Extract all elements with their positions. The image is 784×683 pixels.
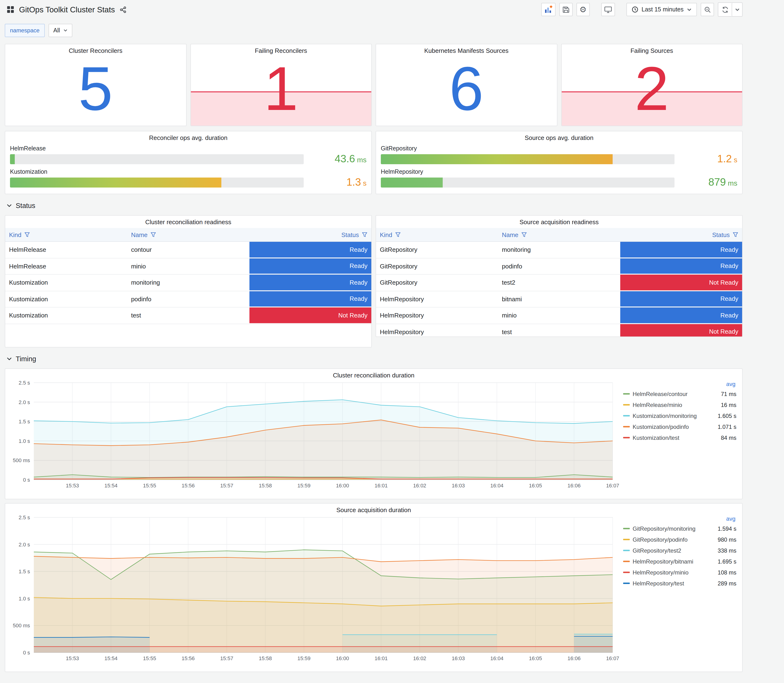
time-series-plot[interactable]: 15:5315:5415:5515:5615:5715:5815:5916:00… bbox=[9, 513, 619, 668]
cell-kind: Kustomization bbox=[5, 308, 127, 324]
cell-name: test bbox=[498, 324, 620, 337]
variable-label-namespace[interactable]: namespace bbox=[5, 24, 45, 37]
section-row-timing[interactable]: Timing bbox=[6, 354, 742, 364]
legend-avg-header[interactable]: avg bbox=[623, 515, 736, 522]
bargauge-row: Kustomization1.3 s bbox=[10, 168, 367, 188]
svg-text:15:54: 15:54 bbox=[104, 656, 117, 661]
dashboard-settings-button[interactable]: ⚙ bbox=[576, 3, 590, 16]
section-row-status[interactable]: Status bbox=[6, 201, 742, 210]
filter-icon[interactable] bbox=[151, 232, 156, 237]
series-name: HelmRepository/bitnami bbox=[633, 558, 708, 565]
dashboard-grid-icon[interactable] bbox=[6, 6, 14, 13]
series-avg-value: 338 ms bbox=[711, 547, 736, 554]
cell-name: minio bbox=[498, 308, 620, 324]
svg-text:15:55: 15:55 bbox=[143, 656, 156, 661]
legend-item[interactable]: HelmRepository/test289 ms bbox=[623, 578, 736, 589]
save-icon bbox=[562, 6, 570, 13]
legend-item[interactable]: Kustomization/test84 ms bbox=[623, 432, 736, 443]
filter-icon[interactable] bbox=[395, 232, 401, 237]
svg-text:15:53: 15:53 bbox=[66, 483, 79, 489]
bargauge-panel: Source ops avg. durationGitRepository1.2… bbox=[375, 131, 742, 194]
time-range-label: Last 15 minutes bbox=[642, 6, 684, 13]
filter-icon[interactable] bbox=[521, 232, 527, 237]
svg-text:15:54: 15:54 bbox=[104, 483, 117, 489]
svg-text:16:04: 16:04 bbox=[490, 483, 503, 489]
column-header-kind[interactable]: Kind bbox=[376, 228, 498, 241]
svg-text:15:59: 15:59 bbox=[297, 483, 310, 489]
svg-text:1.0 s: 1.0 s bbox=[19, 596, 30, 601]
legend-item[interactable]: HelmRepository/bitnami1.695 s bbox=[623, 556, 736, 567]
panel-title: Reconciler ops avg. duration bbox=[10, 131, 367, 141]
refresh-interval-dropdown[interactable] bbox=[732, 3, 742, 16]
table-panel: Cluster reconciliation readinessKindName… bbox=[5, 215, 372, 348]
series-avg-value: 71 ms bbox=[711, 391, 736, 397]
collapse-chevron-icon bbox=[6, 204, 12, 207]
svg-text:15:56: 15:56 bbox=[181, 483, 195, 489]
svg-text:16:06: 16:06 bbox=[568, 483, 580, 489]
column-header-label: Status bbox=[712, 231, 730, 238]
table-row: KustomizationpodinfoReady bbox=[5, 291, 371, 308]
table-row: KustomizationtestNot Ready bbox=[5, 308, 371, 324]
cell-status: Ready bbox=[249, 275, 371, 290]
legend-item[interactable]: GitRepository/podinfo980 ms bbox=[623, 534, 736, 545]
legend-item[interactable]: HelmRelease/minio16 ms bbox=[623, 399, 736, 410]
variable-value-dropdown[interactable]: All bbox=[48, 24, 72, 37]
filter-icon[interactable] bbox=[733, 232, 738, 237]
refresh-button[interactable] bbox=[718, 3, 732, 16]
add-panel-button[interactable] bbox=[541, 3, 556, 16]
column-header-name[interactable]: Name bbox=[127, 228, 249, 241]
svg-text:16:01: 16:01 bbox=[375, 656, 388, 661]
column-header-status[interactable]: Status bbox=[249, 228, 371, 241]
timeseries-panels-column: Cluster reconciliation duration15:5315:5… bbox=[5, 369, 742, 672]
svg-text:0 s: 0 s bbox=[23, 477, 30, 483]
legend-item[interactable]: GitRepository/test2338 ms bbox=[623, 545, 736, 556]
column-header-kind[interactable]: Kind bbox=[5, 228, 127, 241]
series-color-icon bbox=[623, 404, 630, 406]
cell-status: Ready bbox=[620, 258, 742, 274]
legend-item[interactable]: HelmRelease/contour71 ms bbox=[623, 388, 736, 399]
column-header-name[interactable]: Name bbox=[498, 228, 620, 241]
cycle-view-button[interactable] bbox=[601, 3, 615, 16]
filter-icon[interactable] bbox=[24, 232, 30, 237]
table-row: HelmRepositorybitnamiReady bbox=[376, 291, 742, 308]
panel-title: Source acquisition duration bbox=[5, 503, 742, 513]
bargauge-value: 1.2 s bbox=[681, 154, 738, 165]
svg-text:16:05: 16:05 bbox=[529, 656, 542, 661]
svg-text:500 ms: 500 ms bbox=[13, 457, 30, 463]
svg-text:500 ms: 500 ms bbox=[13, 622, 30, 628]
legend-item[interactable]: Kustomization/podinfo1.071 s bbox=[623, 421, 736, 432]
bargauge-row: HelmRelease43.6 ms bbox=[10, 145, 367, 165]
svg-text:15:56: 15:56 bbox=[181, 656, 195, 661]
bargauge-label: Kustomization bbox=[10, 168, 367, 175]
legend-item[interactable]: GitRepository/monitoring1.594 s bbox=[623, 523, 736, 534]
bargauge-number: 879 bbox=[708, 176, 726, 188]
series-name: HelmRepository/test bbox=[633, 580, 708, 587]
bargauge-bar bbox=[381, 178, 443, 188]
zoom-out-button[interactable] bbox=[701, 3, 714, 16]
svg-text:16:01: 16:01 bbox=[375, 483, 388, 489]
legend-avg-header[interactable]: avg bbox=[623, 381, 736, 388]
time-series-plot[interactable]: 15:5315:5415:5515:5615:5715:5815:5916:00… bbox=[9, 379, 619, 495]
series-name: HelmRelease/contour bbox=[633, 391, 708, 397]
series-color-icon bbox=[623, 393, 630, 394]
table-row: GitRepositorypodinfoReady bbox=[376, 258, 742, 275]
legend-item[interactable]: Kustomization/monitoring1.605 s bbox=[623, 410, 736, 421]
filter-icon[interactable] bbox=[362, 232, 367, 237]
time-range-picker[interactable]: Last 15 minutes bbox=[627, 3, 697, 16]
legend: avgHelmRelease/contour71 msHelmRelease/m… bbox=[619, 379, 738, 495]
save-dashboard-button[interactable] bbox=[560, 3, 572, 16]
cell-kind: Kustomization bbox=[5, 291, 127, 307]
stat-value: 5 bbox=[5, 44, 186, 126]
bargauge-panel: Reconciler ops avg. durationHelmRelease4… bbox=[5, 131, 372, 194]
legend-item[interactable]: HelmRepository/minio108 ms bbox=[623, 567, 736, 578]
table-panel: Source acquisition readinessKindNameStat… bbox=[375, 215, 742, 337]
column-header-label: Name bbox=[502, 231, 518, 238]
svg-text:15:59: 15:59 bbox=[297, 656, 310, 661]
share-icon[interactable] bbox=[120, 6, 127, 13]
stat-panel: Failing Reconcilers1 bbox=[190, 44, 372, 126]
cell-status: Ready bbox=[249, 242, 371, 257]
series-avg-value: 108 ms bbox=[711, 569, 736, 576]
series-name: GitRepository/podinfo bbox=[633, 536, 708, 543]
bargauge-bar bbox=[10, 178, 221, 188]
column-header-status[interactable]: Status bbox=[620, 228, 742, 241]
